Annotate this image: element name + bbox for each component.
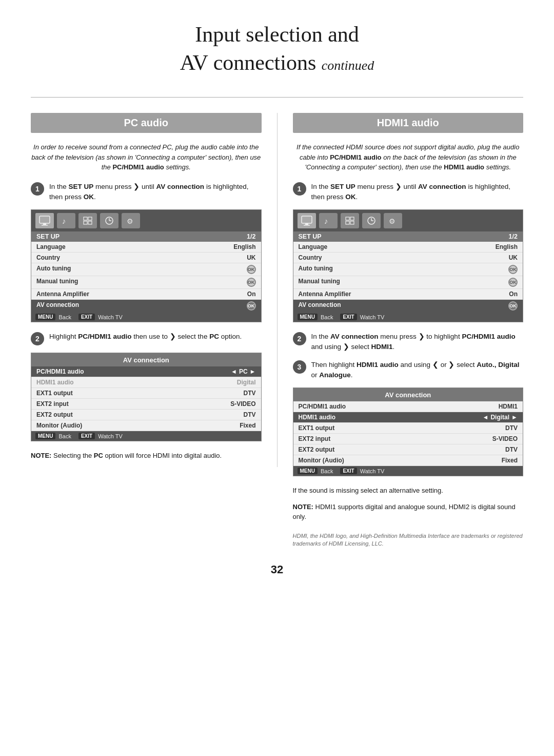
menu-footer-left: MENU Back EXIT Watch TV <box>31 312 261 322</box>
menu-row-country: Country UK <box>31 253 261 263</box>
svg-text:⚙: ⚙ <box>127 217 133 225</box>
icon-monitor-r <box>298 213 316 228</box>
menu-title-row-left: SET UP 1/2 <box>31 231 261 242</box>
av-connection-right: AV connection PC/HDMI1 audio HDMI1 HDMI1… <box>293 387 524 476</box>
menu-rows-left: Language English Country UK Auto tuning … <box>31 242 261 312</box>
svg-rect-1 <box>43 223 46 225</box>
pc-step1: 1 In the SET UP menu press ❯ until AV co… <box>31 182 262 203</box>
menu-row-avconn: AV connection OK <box>31 300 261 312</box>
pc-audio-header: PC audio <box>31 113 262 133</box>
hdmi1-step2: 2 In the AV connection menu press ❯ to h… <box>293 332 524 353</box>
hdmi1-note2: NOTE: HDMI1 supports digital and analogu… <box>293 502 524 522</box>
menu-title-row-right: SET UP 1/2 <box>293 231 523 242</box>
av-row-ext1out-r: EXT1 output DTV <box>293 423 523 434</box>
svg-rect-16 <box>346 217 349 220</box>
exit-btn-av-left: EXIT <box>78 433 95 439</box>
step1-text: In the SET UP menu press ❯ until AV conn… <box>49 182 262 203</box>
av-row-monitor-r: Monitor (Audio) Fixed <box>293 455 523 466</box>
icon-grid-r <box>341 213 359 228</box>
menu-btn-av-left: MENU <box>35 433 55 439</box>
av-row-hdmi1-r: HDMI1 audio ◄ Digital ► <box>293 412 523 423</box>
menu-row-country-r: Country UK <box>293 253 523 263</box>
icon-wrench-r: ⚙ <box>384 213 402 228</box>
menu-row-language: Language English <box>31 242 261 253</box>
menu-title-right: SET UP <box>299 233 322 240</box>
step1-num: 1 <box>31 182 44 196</box>
hdmi1-step1: 1 In the SET UP menu press ❯ until AV co… <box>293 182 524 203</box>
hdmi1-step2-text: In the AV connection menu press ❯ to hig… <box>311 332 524 353</box>
two-col-layout: PC audio In order to receive sound from … <box>31 113 523 548</box>
av-row-ext2in: EXT2 input S-VIDEO <box>31 399 261 410</box>
menu-icons-row-right: ♪ ⚙ <box>293 210 523 231</box>
setup-menu-right: ♪ ⚙ SET UP 1/2 <box>293 209 524 322</box>
icon-clock <box>100 213 118 228</box>
av-row-hdmi1: HDMI1 audio Digital <box>31 377 261 388</box>
icon-monitor <box>35 213 54 228</box>
svg-rect-7 <box>88 221 92 224</box>
title-divider <box>31 97 523 98</box>
pc-note: NOTE: Selecting the PC option will force… <box>31 451 262 461</box>
title-line1: Input selection and <box>195 23 359 46</box>
svg-rect-18 <box>346 221 349 224</box>
menu-page-right: 1/2 <box>509 233 518 240</box>
exit-btn-right: EXIT <box>340 314 357 320</box>
menu-icons-row: ♪ ⚙ <box>31 210 261 231</box>
hdmi1-step1-num: 1 <box>293 182 306 196</box>
col-right: HDMI1 audio If the connected HDMI source… <box>278 113 524 548</box>
page-number: 32 <box>31 563 523 576</box>
ok-icon-r1: OK <box>508 265 518 274</box>
svg-text:⚙: ⚙ <box>389 217 395 225</box>
pc-intro: In order to receive sound from a connect… <box>31 142 262 172</box>
menu-row-autotuning-r: Auto tuning OK <box>293 263 523 276</box>
svg-rect-2 <box>42 225 48 226</box>
menu-btn-right: MENU <box>298 314 318 320</box>
svg-rect-4 <box>84 217 87 220</box>
menu-row-avconn-r: AV connection OK <box>293 300 523 312</box>
svg-rect-12 <box>302 216 312 223</box>
menu-row-lang-r: Language English <box>293 242 523 253</box>
col-left: PC audio In order to receive sound from … <box>31 113 278 467</box>
icon-clock-r <box>362 213 381 228</box>
svg-rect-0 <box>39 216 50 223</box>
hdmi1-step3-text: Then highlight HDMI1 audio and using ❮ o… <box>311 360 524 381</box>
menu-row-manualtuning-r: Manual tuning OK <box>293 276 523 289</box>
svg-rect-19 <box>350 221 354 224</box>
exit-btn-left: EXIT <box>78 314 95 320</box>
title-continued: continued <box>322 58 374 73</box>
av-title-row-left: AV connection <box>31 353 261 366</box>
icon-music-r: ♪ <box>319 213 338 228</box>
menu-row-manualtuning: Manual tuning OK <box>31 276 261 289</box>
menu-btn-left: MENU <box>35 314 55 320</box>
step2-num: 2 <box>31 332 44 345</box>
ok-icon-r2: OK <box>508 278 518 287</box>
hdmi1-step1-text: In the SET UP menu press ❯ until AV conn… <box>311 182 524 203</box>
menu-footer-right: MENU Back EXIT Watch TV <box>293 312 523 322</box>
exit-btn-av-right: EXIT <box>340 468 357 474</box>
av-row-pchdmi: PC/HDMI1 audio ◄ PC ► <box>31 366 261 377</box>
svg-text:♪: ♪ <box>324 217 328 225</box>
hdmi1-note1: If the sound is missing select an altern… <box>293 486 524 496</box>
ok-icon: OK <box>247 265 256 274</box>
hdmi1-audio-header: HDMI1 audio <box>293 113 524 133</box>
menu-row-autotuning: Auto tuning OK <box>31 263 261 276</box>
icon-wrench: ⚙ <box>122 213 140 228</box>
page-container: Input selection and AV connections conti… <box>0 0 554 756</box>
av-row-ext2out-r: EXT2 output DTV <box>293 444 523 455</box>
svg-rect-17 <box>350 217 354 220</box>
hdmi1-step3-num: 3 <box>293 360 306 374</box>
page-title-block: Input selection and AV connections conti… <box>31 21 523 76</box>
step2-text: Highlight PC/HDMI1 audio then use to ❯ s… <box>49 332 242 342</box>
menu-row-antenna: Antenna Amplifier On <box>31 289 261 300</box>
av-footer-left: MENU Back EXIT Watch TV <box>31 431 261 441</box>
ok-icon2: OK <box>247 278 256 287</box>
menu-rows-right: Language English Country UK Auto tuning … <box>293 242 523 312</box>
menu-page-left: 1/2 <box>247 233 255 240</box>
title-line2: AV connections <box>180 51 316 74</box>
av-row-ext1out: EXT1 output DTV <box>31 388 261 399</box>
icon-music: ♪ <box>57 213 75 228</box>
svg-text:♪: ♪ <box>62 217 66 225</box>
av-title-row-right: AV connection <box>293 388 523 401</box>
menu-title-left: SET UP <box>36 233 60 240</box>
hdmi1-step2-num: 2 <box>293 332 306 345</box>
pc-step2: 2 Highlight PC/HDMI1 audio then use to ❯… <box>31 332 262 345</box>
